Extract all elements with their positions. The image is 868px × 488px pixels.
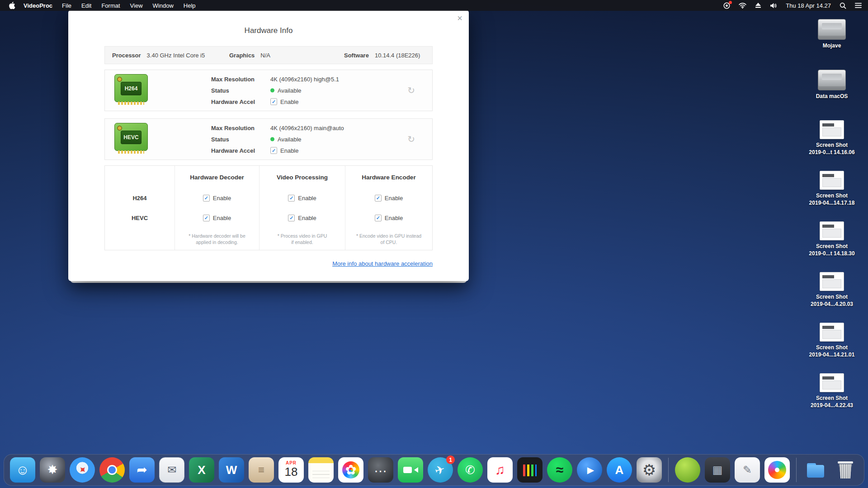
- enable-checkbox[interactable]: [288, 195, 295, 202]
- file-label: Screen Shot 2019-04...14.17.18: [809, 192, 855, 206]
- mail-dock-icon[interactable]: ✉: [159, 457, 184, 483]
- desktop-file[interactable]: Screen Shot 2019-04...14.17.18: [809, 171, 855, 218]
- launchpad-dock-icon[interactable]: ✸: [40, 457, 65, 483]
- share-dock-icon[interactable]: ➦: [129, 457, 155, 483]
- photos-dock-icon[interactable]: ✿: [338, 457, 363, 483]
- music-dock-icon[interactable]: ♫: [487, 457, 513, 483]
- menu-help[interactable]: Help: [179, 2, 201, 9]
- trash-dock-icon[interactable]: [833, 457, 858, 483]
- appstore-dock-icon[interactable]: A: [607, 457, 632, 483]
- contacts-glyph: ≡: [258, 465, 264, 475]
- enable-checkbox[interactable]: [203, 195, 210, 202]
- calendar-dock-icon[interactable]: APR18: [278, 457, 304, 483]
- calendar-day: 18: [285, 465, 298, 479]
- folder-dock-icon[interactable]: [803, 457, 828, 483]
- enable-checkbox[interactable]: [270, 99, 277, 105]
- spec-bar: Processor3.40 GHz Intel Core i5GraphicsN…: [104, 46, 433, 64]
- menu-file[interactable]: File: [57, 2, 76, 9]
- spec-label: Graphics: [229, 52, 255, 59]
- screenshot-file-icon: [820, 171, 844, 190]
- file-label: Screen Shot 2019-04...4.22.43: [811, 395, 853, 409]
- notes-dock-icon[interactable]: [308, 457, 334, 483]
- checkbox-label: Enable: [385, 195, 403, 202]
- screenshot-file-icon: [820, 120, 844, 139]
- row-value: Enable: [270, 147, 298, 154]
- spec-label: Software: [344, 52, 369, 59]
- menubar-clock[interactable]: Thu 18 Apr 14.27: [786, 2, 831, 9]
- table-footnote: [105, 228, 175, 250]
- utility-glyph: ✎: [743, 465, 752, 475]
- table-row-label: HEVC: [105, 207, 175, 228]
- sysprefs-dock-icon[interactable]: ⚙: [637, 457, 662, 483]
- telegram-dock-icon[interactable]: ✈1: [428, 457, 453, 483]
- desktop-file[interactable]: Screen Shot 2019-0...t 14.16.06: [809, 120, 854, 167]
- table-cell: Enable: [345, 207, 432, 228]
- menu-window[interactable]: Window: [148, 2, 179, 9]
- volume-icon[interactable]: [770, 3, 777, 9]
- wifi-icon[interactable]: [739, 3, 746, 9]
- codec-card-hevc: HEVCMax Resolution4K (4096x2160) main@au…: [104, 118, 433, 160]
- enable-checkbox[interactable]: [288, 215, 295, 221]
- equalizer-dock-icon[interactable]: [517, 457, 542, 483]
- word-dock-icon[interactable]: W: [219, 457, 244, 483]
- player-dock-icon[interactable]: ▶: [577, 457, 602, 483]
- desktop-file[interactable]: Screen Shot 2019-04...4.20.03: [811, 272, 853, 319]
- refresh-icon[interactable]: ↻: [407, 134, 415, 145]
- appstore-glyph: A: [615, 464, 624, 476]
- table-corner: [105, 166, 175, 188]
- spotify-dock-icon[interactable]: ≈: [547, 457, 572, 483]
- messages-dock-icon[interactable]: …: [368, 457, 393, 483]
- share-glyph: ➦: [137, 464, 147, 476]
- status-menu-icon[interactable]: [723, 2, 730, 9]
- spec-graphics: GraphicsN/A: [229, 52, 344, 59]
- close-icon[interactable]: ×: [457, 14, 462, 23]
- facetime-dock-icon[interactable]: [398, 457, 423, 483]
- spec-processor: Processor3.40 GHz Intel Core i5: [112, 52, 229, 59]
- row-value-text: 4K (4096x2160) high@5.1: [270, 76, 339, 83]
- chrome-dock-icon[interactable]: [99, 457, 125, 483]
- row-label: Status: [211, 136, 270, 143]
- desktop-file[interactable]: Screen Shot 2019-0...t 14.18.30: [809, 221, 854, 268]
- row-label: Max Resolution: [211, 125, 270, 131]
- active-app-name[interactable]: VideoProc: [24, 2, 52, 9]
- safari-dock-icon[interactable]: ✦: [70, 457, 95, 483]
- whatsapp-dock-icon[interactable]: ✆: [458, 457, 483, 483]
- menubar-right: Thu 18 Apr 14.27: [723, 2, 868, 9]
- enable-checkbox[interactable]: [203, 215, 210, 221]
- dock: ☺✸✦➦✉XW≡APR18✿…✈1✆♫≈▶A⚙▦✎: [4, 454, 864, 486]
- table-header: Hardware Encoder: [345, 166, 432, 188]
- desktop-drive[interactable]: Mojave: [818, 19, 846, 66]
- menu-view[interactable]: View: [125, 2, 148, 9]
- mail-glyph: ✉: [167, 465, 176, 475]
- desktop-icons: MojaveData macOSScreen Shot 2019-0...t 1…: [803, 19, 861, 424]
- list-icon[interactable]: [855, 3, 862, 8]
- drive-icon: [818, 70, 846, 90]
- videoproc-dock-icon[interactable]: [764, 457, 790, 483]
- spec-value: 10.14.4 (18E226): [375, 52, 420, 59]
- apple-menu-icon[interactable]: [9, 2, 15, 9]
- refresh-icon[interactable]: ↻: [407, 85, 415, 96]
- desktop-file[interactable]: Screen Shot 2019-04...4.22.43: [811, 373, 853, 420]
- chip-dock-icon[interactable]: ▦: [705, 457, 730, 483]
- info-row: Max Resolution4K (4096x2160) main@auto: [211, 122, 344, 134]
- info-row: StatusAvailable: [211, 134, 344, 145]
- finder-dock-icon[interactable]: ☺: [10, 457, 35, 483]
- menu-format[interactable]: Format: [96, 2, 125, 9]
- more-info-link[interactable]: More info about hardware acceleration: [332, 260, 433, 267]
- enable-checkbox[interactable]: [270, 147, 277, 154]
- screenshot-file-icon: [820, 323, 844, 342]
- table-cell: Enable: [259, 207, 345, 228]
- utility-dock-icon[interactable]: ✎: [735, 457, 760, 483]
- menu-edit[interactable]: Edit: [76, 2, 96, 9]
- desktop-drive[interactable]: Data macOS: [816, 70, 848, 117]
- eject-icon[interactable]: [755, 3, 761, 8]
- contacts-dock-icon[interactable]: ≡: [249, 457, 274, 483]
- enable-checkbox[interactable]: [375, 195, 382, 202]
- enable-checkbox[interactable]: [375, 215, 382, 221]
- greenapp-dock-icon[interactable]: [675, 457, 700, 483]
- search-icon[interactable]: [840, 2, 846, 9]
- desktop-file[interactable]: Screen Shot 2019-04...14.21.01: [809, 323, 855, 370]
- row-value-text: 4K (4096x2160) main@auto: [270, 125, 344, 131]
- excel-dock-icon[interactable]: X: [189, 457, 214, 483]
- file-label: Screen Shot 2019-04...14.21.01: [809, 344, 855, 358]
